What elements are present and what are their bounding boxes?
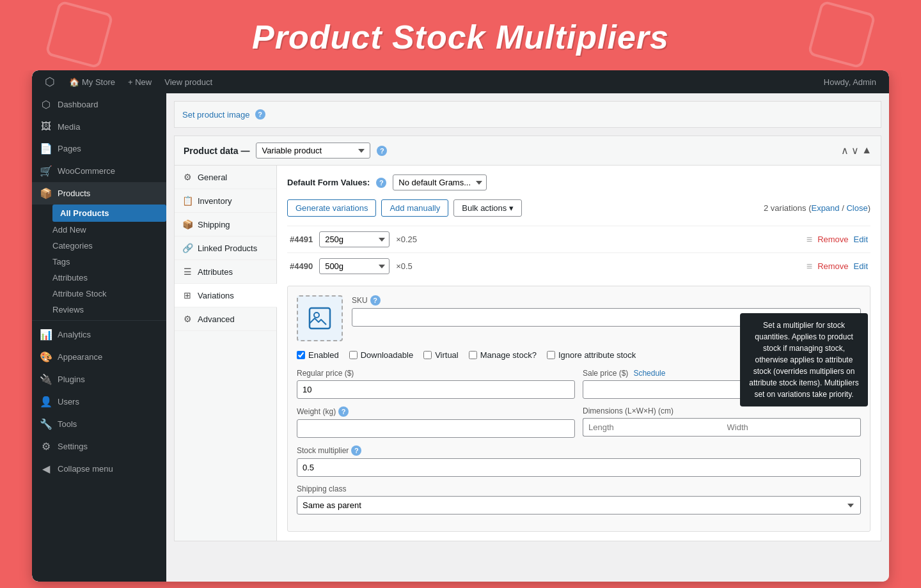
sidebar-item-users[interactable]: 👤 Users xyxy=(32,391,166,413)
tab-attributes[interactable]: ☰ Attributes xyxy=(175,260,276,284)
product-type-help-icon[interactable]: ? xyxy=(377,146,387,156)
sidebar-item-label: Settings xyxy=(58,442,88,451)
sidebar: ⬡ Dashboard 🖼 Media 📄 Pages 🛒 WooCommerc… xyxy=(32,93,166,582)
sidebar-item-label: Plugins xyxy=(58,375,85,384)
sidebar-sub-attributes[interactable]: Attributes xyxy=(52,270,166,286)
sidebar-sub-categories[interactable]: Categories xyxy=(52,238,166,254)
panel-collapse-arrows[interactable]: ∧ ∨ ▲ xyxy=(841,144,872,157)
hero-banner: Product Stock Multipliers xyxy=(0,0,921,70)
my-store-link[interactable]: 🏠 My Store xyxy=(63,77,122,87)
sidebar-sub-tags[interactable]: Tags xyxy=(52,254,166,270)
sidebar-item-label: Tools xyxy=(58,419,77,429)
analytics-icon: 📊 xyxy=(40,329,52,341)
tab-shipping[interactable]: 📦 Shipping xyxy=(175,213,276,236)
virtual-checkbox[interactable]: Virtual xyxy=(423,350,459,360)
product-type-select[interactable]: Variable product Simple product Grouped … xyxy=(256,143,370,159)
tab-variations[interactable]: ⊞ Variations xyxy=(175,284,277,307)
close-link[interactable]: Close xyxy=(846,203,867,213)
expand-link[interactable]: Expand xyxy=(811,203,839,213)
sku-help-icon[interactable]: ? xyxy=(370,295,381,306)
tools-icon: 🔧 xyxy=(40,418,52,430)
variation-4491-remove-link[interactable]: Remove xyxy=(817,235,848,244)
sidebar-sub-reviews[interactable]: Reviews xyxy=(52,302,166,318)
length-input[interactable] xyxy=(583,418,722,437)
pages-icon: 📄 xyxy=(40,143,52,155)
regular-price-label: Regular price ($) xyxy=(297,369,575,378)
weight-help-icon[interactable]: ? xyxy=(338,406,349,417)
sidebar-item-products[interactable]: 📦 Products xyxy=(32,182,166,205)
sidebar-item-media[interactable]: 🖼 Media xyxy=(32,116,166,137)
sidebar-item-pages[interactable]: 📄 Pages xyxy=(32,137,166,160)
sidebar-item-woocommerce[interactable]: 🛒 WooCommerce xyxy=(32,160,166,182)
sidebar-sub-add-new[interactable]: Add New xyxy=(52,222,166,238)
weight-input[interactable] xyxy=(297,419,575,438)
enabled-checkbox[interactable]: Enabled xyxy=(297,350,339,360)
settings-icon: ⚙ xyxy=(40,440,52,453)
tab-advanced[interactable]: ⚙ Advanced xyxy=(175,307,276,331)
sidebar-item-settings[interactable]: ⚙ Settings xyxy=(32,435,166,458)
tab-general[interactable]: ⚙ General xyxy=(175,166,276,189)
shipping-class-label: Shipping class xyxy=(297,484,861,493)
generate-variations-button[interactable]: Generate variations xyxy=(287,199,376,217)
hero-title: Product Stock Multipliers xyxy=(0,18,921,56)
arrow-collapse-icon[interactable]: ▲ xyxy=(862,144,872,157)
variation-4491-handle-icon[interactable]: ≡ xyxy=(807,234,812,245)
sidebar-item-appearance[interactable]: 🎨 Appearance xyxy=(32,346,166,368)
sidebar-sub-attribute-stock[interactable]: Attribute Stock xyxy=(52,286,166,302)
sidebar-item-label: Appearance xyxy=(58,352,102,362)
sidebar-item-label: Pages xyxy=(58,144,81,153)
tab-linked-products[interactable]: 🔗 Linked Products xyxy=(175,236,276,260)
stock-multiplier-help-icon[interactable]: ? xyxy=(351,445,361,456)
new-link[interactable]: + New xyxy=(122,77,158,87)
panel-header-label: Product data — xyxy=(184,146,249,156)
bulk-actions-button[interactable]: Bulk actions ▾ xyxy=(453,199,522,217)
bulk-actions-chevron-icon: ▾ xyxy=(509,203,514,213)
default-form-select[interactable]: No default Grams... xyxy=(393,174,487,190)
variation-4490-edit-link[interactable]: Edit xyxy=(854,261,868,271)
shipping-class-select[interactable]: Same as parent Standard shipping Express… xyxy=(297,496,861,514)
default-form-row: Default Form Values: ? No default Grams.… xyxy=(287,174,870,190)
tab-inventory[interactable]: 📋 Inventory xyxy=(175,189,276,213)
stock-multiplier-tooltip: Set a multiplier for stock quantities. A… xyxy=(740,313,868,406)
variations-tab-icon: ⊞ xyxy=(182,290,193,300)
variations-toolbar: Generate variations Add manually Bulk ac… xyxy=(287,199,870,217)
sidebar-sub-all-products[interactable]: All Products xyxy=(52,205,166,222)
arrow-up-icon[interactable]: ∧ xyxy=(841,144,849,157)
variation-image-placeholder[interactable] xyxy=(297,295,343,341)
sidebar-item-analytics[interactable]: 📊 Analytics xyxy=(32,323,166,346)
sidebar-item-tools[interactable]: 🔧 Tools xyxy=(32,413,166,435)
set-product-image-link[interactable]: Set product image xyxy=(182,110,250,120)
ignore-attribute-stock-checkbox[interactable]: Ignore attribute stock xyxy=(547,350,636,360)
sidebar-item-collapse[interactable]: ◀ Collapse menu xyxy=(32,458,166,480)
home-icon: 🏠 xyxy=(69,77,79,87)
add-manually-button[interactable]: Add manually xyxy=(381,199,448,217)
arrow-down-icon[interactable]: ∨ xyxy=(851,144,859,157)
stock-multiplier-input[interactable] xyxy=(297,458,861,477)
sidebar-item-dashboard[interactable]: ⬡ Dashboard xyxy=(32,93,166,116)
variations-panel-content: Default Form Values: ? No default Grams.… xyxy=(277,166,881,541)
variation-4491-select[interactable]: 250g 500g xyxy=(319,231,390,247)
sidebar-item-label: Analytics xyxy=(58,330,91,339)
schedule-link[interactable]: Schedule xyxy=(633,369,665,378)
variation-4491-edit-link[interactable]: Edit xyxy=(854,235,868,244)
sidebar-item-plugins[interactable]: 🔌 Plugins xyxy=(32,368,166,391)
wp-logo-icon[interactable]: ⬡ xyxy=(40,72,60,92)
variation-id-4490: #4490 xyxy=(290,261,313,271)
default-form-help-icon[interactable]: ? xyxy=(376,178,386,188)
variation-4490-handle-icon[interactable]: ≡ xyxy=(807,261,812,272)
weight-dimensions-grid: Weight (kg) ? Dimensions (L×W×H) (cm) xyxy=(297,406,861,438)
set-product-image-help-icon[interactable]: ? xyxy=(255,109,265,120)
regular-price-group: Regular price ($) xyxy=(297,369,575,399)
sidebar-item-label: WooCommerce xyxy=(58,166,115,176)
stock-multiplier-group: Stock multiplier ? xyxy=(297,445,861,477)
weight-label: Weight (kg) ? xyxy=(297,406,575,417)
variation-4490-remove-link[interactable]: Remove xyxy=(817,261,848,271)
downloadable-checkbox[interactable]: Downloadable xyxy=(349,350,413,360)
dashboard-icon: ⬡ xyxy=(40,98,52,111)
variation-4490-select[interactable]: 500g 250g xyxy=(319,258,390,274)
regular-price-input[interactable] xyxy=(297,380,575,399)
manage-stock-checkbox[interactable]: Manage stock? xyxy=(469,350,537,360)
width-input[interactable] xyxy=(722,418,862,437)
view-product-link[interactable]: View product xyxy=(158,77,219,87)
svg-point-1 xyxy=(314,313,319,318)
